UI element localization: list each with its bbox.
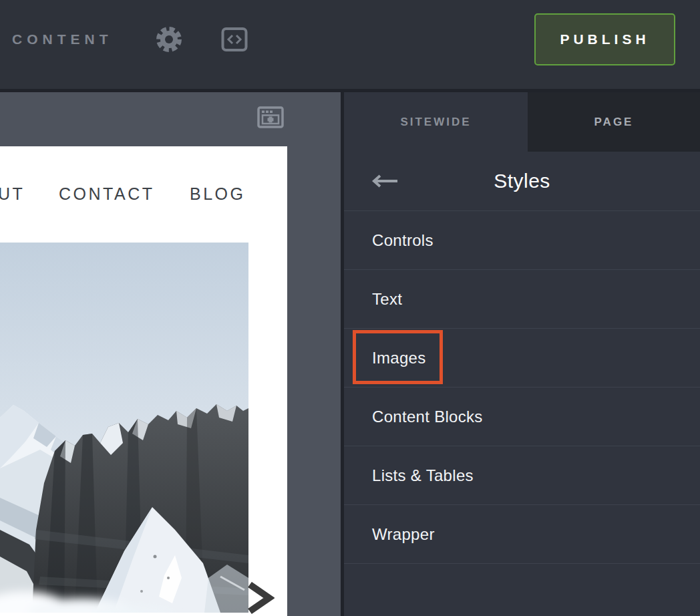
code-embed-icon[interactable] bbox=[221, 27, 248, 52]
main-area: UT CONTACT BLOG bbox=[0, 92, 700, 616]
style-item-content-blocks[interactable]: Content Blocks bbox=[344, 387, 700, 446]
list-end-divider bbox=[344, 563, 700, 612]
editor-canvas: UT CONTACT BLOG bbox=[0, 92, 341, 616]
add-window-icon[interactable] bbox=[257, 106, 284, 131]
style-list: Controls Text Images Content Blocks List… bbox=[344, 210, 700, 616]
style-item-wrapper[interactable]: Wrapper bbox=[344, 504, 700, 563]
hero-mountain-image bbox=[0, 243, 248, 613]
tab-sitewide[interactable]: SITEWIDE bbox=[344, 92, 528, 152]
style-item-label: Lists & Tables bbox=[372, 466, 474, 485]
top-toolbar: CONTENT PUBLISH bbox=[0, 0, 700, 92]
style-item-label: Wrapper bbox=[372, 525, 435, 544]
style-item-images[interactable]: Images bbox=[344, 328, 700, 387]
nav-item-blog[interactable]: BLOG bbox=[190, 184, 245, 204]
style-item-label: Content Blocks bbox=[372, 408, 483, 426]
nav-item-contact[interactable]: CONTACT bbox=[59, 184, 154, 204]
panel-header: Styles bbox=[344, 152, 700, 210]
site-preview-page: UT CONTACT BLOG bbox=[0, 146, 287, 616]
publish-button[interactable]: PUBLISH bbox=[534, 13, 675, 65]
panel-title: Styles bbox=[494, 170, 550, 192]
tab-page[interactable]: PAGE bbox=[528, 92, 700, 152]
settings-gear-icon[interactable] bbox=[156, 26, 182, 53]
back-arrow-icon[interactable] bbox=[369, 174, 399, 188]
style-item-text[interactable]: Text bbox=[344, 269, 700, 328]
panel-tabs: SITEWIDE PAGE bbox=[344, 92, 700, 152]
styles-panel: SITEWIDE PAGE Styles Controls Text bbox=[341, 92, 700, 616]
style-item-label: Text bbox=[372, 290, 402, 309]
next-chevron-icon[interactable] bbox=[245, 582, 275, 615]
style-item-controls[interactable]: Controls bbox=[344, 210, 700, 269]
style-item-lists-tables[interactable]: Lists & Tables bbox=[344, 446, 700, 504]
style-item-label: Images bbox=[372, 349, 426, 367]
app-window: CONTENT PUBLISH bbox=[0, 0, 700, 616]
content-menu-button[interactable]: CONTENT bbox=[12, 31, 113, 47]
style-item-label: Controls bbox=[372, 231, 433, 250]
nav-item-about[interactable]: UT bbox=[0, 184, 25, 204]
site-nav: UT CONTACT BLOG bbox=[0, 184, 287, 206]
